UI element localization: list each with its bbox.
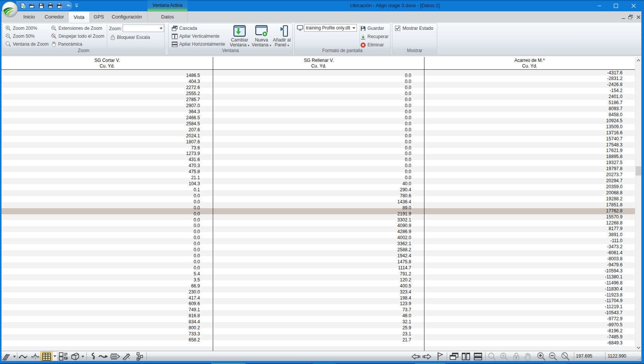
cell-col3-row34[interactable]: -11380.1 xyxy=(577,274,622,280)
cell-col3-row37[interactable]: -11923.8 xyxy=(577,292,622,298)
cell-col1-row9[interactable]: 207.6 xyxy=(155,127,200,133)
cell-col3-row8[interactable]: 10924.5 xyxy=(577,118,622,124)
cell-col2-row17[interactable]: 0.0 xyxy=(366,175,411,181)
zoom-clear-button[interactable]: Despejar todo el Zoom xyxy=(51,33,104,40)
scrollbar-thumb[interactable] xyxy=(636,166,641,175)
cell-col1-row35[interactable]: 66.9 xyxy=(155,283,200,289)
cell-col3-row14[interactable]: 18895.8 xyxy=(577,154,622,160)
cell-col3-row10[interactable]: 13716.6 xyxy=(577,130,622,136)
cell-col1-row17[interactable]: 21.1 xyxy=(155,175,200,181)
table-row-stripe[interactable] xyxy=(2,118,635,124)
cell-col1-row11[interactable]: 1807.6 xyxy=(155,139,200,145)
cell-col1-row28[interactable]: 0.0 xyxy=(155,241,200,247)
cell-col1-row19[interactable]: 0.1 xyxy=(155,187,200,193)
column-header-acarreo[interactable]: Acarreo de M.^ Cu. Yd. xyxy=(424,58,635,69)
app-logo[interactable] xyxy=(2,1,18,18)
cell-col3-row36[interactable]: -11830.4 xyxy=(577,286,622,292)
cell-col1-row7[interactable]: 2466.5 xyxy=(155,115,200,121)
cell-col2-row7[interactable]: 0.0 xyxy=(366,115,411,121)
cell-col3-row7[interactable]: 8458.0 xyxy=(577,112,622,118)
table-row-stripe[interactable] xyxy=(2,124,635,130)
cell-col1-row43[interactable]: 733.3 xyxy=(155,331,200,337)
cell-col2-row25[interactable]: 4090.9 xyxy=(366,223,411,229)
cell-col2-row13[interactable]: 0.0 xyxy=(366,151,411,157)
cell-col1-row42[interactable]: 800.2 xyxy=(155,325,200,331)
cell-col3-row39[interactable]: -11219.1 xyxy=(577,304,622,310)
mdi-minimize-button[interactable] xyxy=(621,14,626,20)
cell-col2-row8[interactable]: 0.0 xyxy=(366,121,411,127)
cell-col2-row20[interactable]: 780.6 xyxy=(366,193,411,199)
table-row-stripe[interactable] xyxy=(2,184,635,190)
cell-col2-row42[interactable]: 25.9 xyxy=(366,325,411,331)
table-row-stripe[interactable] xyxy=(2,334,635,340)
table-row-stripe[interactable] xyxy=(2,172,635,178)
cell-col3-row23[interactable]: 17762.8 xyxy=(577,208,622,214)
mdi-close-button[interactable] xyxy=(636,14,641,20)
zoom-window-button[interactable]: Ventana de Zoom xyxy=(5,41,49,48)
cell-col2-row33[interactable]: 791.2 xyxy=(366,271,411,277)
cascade-button[interactable]: Cascada xyxy=(172,25,197,32)
lock-button-disabled[interactable] xyxy=(512,352,521,361)
table-row-stripe[interactable] xyxy=(2,160,635,166)
screen-format-dropdown[interactable] xyxy=(351,25,357,31)
table-row-stripe[interactable] xyxy=(2,70,635,76)
flag-button[interactable] xyxy=(436,352,444,361)
cell-col1-row10[interactable]: 2024.1 xyxy=(155,133,200,139)
zoom-in-button[interactable] xyxy=(536,352,546,361)
3d-view-dropdown[interactable] xyxy=(80,352,85,361)
recuperar-button[interactable]: Recuperar xyxy=(360,33,389,40)
cell-col3-row1[interactable]: -2831.2 xyxy=(577,76,622,82)
cell-col2-row23[interactable]: 2191.9 xyxy=(366,211,411,217)
table-row-stripe[interactable] xyxy=(2,190,635,196)
cell-col2-row12[interactable]: 0.0 xyxy=(366,145,411,151)
table-row-stripe[interactable] xyxy=(2,154,635,160)
change-window-button[interactable]: Cambiar Ventana ▾ xyxy=(229,25,250,49)
table-row-stripe[interactable] xyxy=(2,232,635,238)
cell-col1-row33[interactable]: 5.4 xyxy=(155,271,200,277)
cell-col3-row30[interactable]: -6061.4 xyxy=(577,250,622,256)
scroll-up-button[interactable] xyxy=(635,57,642,63)
tab-corredor[interactable]: Corredor xyxy=(42,11,66,23)
column-header-sg-cortar[interactable]: SG Cortar V. Cu. Yd. xyxy=(2,58,213,69)
table-row-stripe[interactable] xyxy=(2,148,635,154)
cell-col2-row32[interactable]: 1114.7 xyxy=(366,265,411,271)
mostrar-estado-checkbox-row[interactable]: Mostrar Estado xyxy=(395,26,433,31)
cell-col1-row21[interactable]: 0.0 xyxy=(155,199,200,205)
cell-col1-row16[interactable]: 475.8 xyxy=(155,169,200,175)
zoom-200-button[interactable]: Zoom 200% xyxy=(5,25,37,32)
table-row-stripe[interactable] xyxy=(2,130,635,136)
cell-col2-row29[interactable]: 2588.2 xyxy=(366,247,411,253)
cell-col1-row15[interactable]: 470.3 xyxy=(155,163,200,169)
table-row-stripe[interactable] xyxy=(2,94,635,100)
cell-col2-row31[interactable]: 1475.8 xyxy=(366,259,411,265)
cell-col1-row13[interactable]: 1273.9 xyxy=(155,151,200,157)
cell-col2-row24[interactable]: 3302.1 xyxy=(366,217,411,223)
cell-col2-row38[interactable]: 123.9 xyxy=(366,301,411,307)
cell-col2-row3[interactable]: 0.0 xyxy=(366,91,411,97)
zoom-extents-button[interactable]: Extensiones de Zoom xyxy=(51,25,102,32)
checkbox-checked-icon[interactable] xyxy=(395,26,400,31)
plan-view-dropdown[interactable] xyxy=(12,352,17,361)
cell-col2-row15[interactable]: 0.0 xyxy=(366,163,411,169)
tile-vertical-button[interactable]: Apilar Verticalmente xyxy=(172,33,220,40)
cell-col1-row3[interactable]: 2555.2 xyxy=(155,91,200,97)
tile-horizontal-button[interactable]: Apilar Horizontalmente xyxy=(172,41,225,48)
table-row-stripe[interactable] xyxy=(2,256,635,262)
cell-col3-row3[interactable]: -154.2 xyxy=(577,88,622,94)
screen-format-combobox[interactable]: training Profile only.dlt xyxy=(304,24,357,32)
close-button[interactable] xyxy=(625,0,642,11)
panel-layout-button[interactable] xyxy=(58,352,68,361)
cascade-windows-button[interactable] xyxy=(449,352,459,361)
cell-col1-row24[interactable]: 0.0 xyxy=(155,217,200,223)
table-row-stripe[interactable] xyxy=(2,310,635,316)
cell-col1-row18[interactable]: 104.3 xyxy=(155,181,200,187)
hierarchy-button[interactable] xyxy=(135,352,144,361)
cell-col3-row12[interactable]: 17548.3 xyxy=(577,142,622,148)
table-row-stripe[interactable] xyxy=(2,322,635,328)
cell-col1-row36[interactable]: 230.0 xyxy=(155,289,200,295)
cell-col3-row4[interactable]: 2401.0 xyxy=(577,94,622,100)
cell-col2-row5[interactable]: 0.0 xyxy=(366,103,411,109)
cell-col1-row22[interactable]: 0.0 xyxy=(155,205,200,211)
cell-col2-row6[interactable]: 0.0 xyxy=(366,109,411,115)
cell-col1-row38[interactable]: 609.6 xyxy=(155,301,200,307)
